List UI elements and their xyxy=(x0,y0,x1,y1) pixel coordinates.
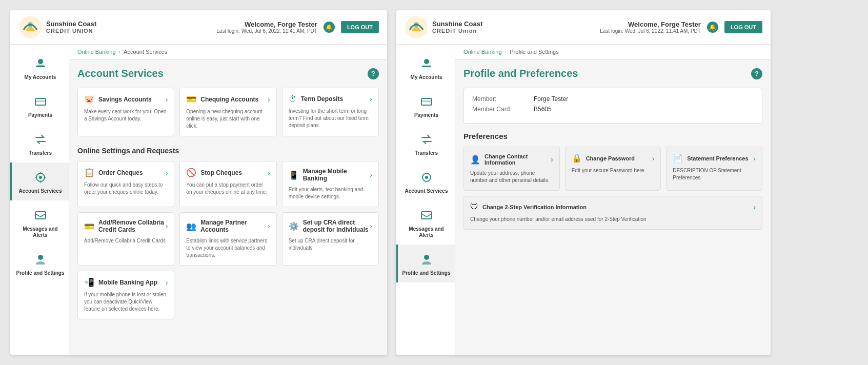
pref-statement-desc: DESCRIPTION OF Statement Preferences xyxy=(673,167,756,181)
right-breadcrumb: Online Banking › Profile and Settings xyxy=(455,45,771,59)
sidebar-transfers-label: Transfers xyxy=(29,150,52,156)
contact-icon: 👤 xyxy=(470,155,480,165)
right-breadcrumb-separator: › xyxy=(505,49,507,55)
right-sidebar-my-accounts[interactable]: My Accounts xyxy=(396,49,455,87)
svg-point-8 xyxy=(39,176,42,179)
sidebar-item-transfers[interactable]: Transfers xyxy=(10,125,69,163)
card-order-cheques[interactable]: 📋 Order Cheques › Follow our quick and e… xyxy=(77,161,174,207)
pref-2step-desc: Change your phone number and/or email ad… xyxy=(470,216,756,223)
card-cra-deposit[interactable]: ⚙️ Set up CRA direct deposit for individ… xyxy=(282,212,379,266)
right-panel: Sunshine Coast CREDiT Union Welcome, For… xyxy=(396,10,771,355)
card-order-desc: Follow our quick and easy steps to order… xyxy=(84,181,168,196)
left-panel: Sunshine Coast CREDIT UNION Welcome, For… xyxy=(10,10,387,355)
left-welcome-name: Welcome, Forge Tester xyxy=(216,21,317,28)
right-sidebar-transfers-label: Transfers xyxy=(415,150,438,156)
svg-point-1 xyxy=(28,22,33,27)
card-partner-left: 👥 Manage Partner Accounts xyxy=(186,219,268,233)
right-logo-line2: CREDiT Union xyxy=(432,28,482,34)
right-welcome-name: Welcome, Forge Tester xyxy=(600,21,701,28)
card-chequing-accounts[interactable]: 💳 Chequing Accounts › Opening a new cheq… xyxy=(179,88,276,136)
card-chequing-desc: Opening a new chequing account online is… xyxy=(186,108,270,130)
pref-password-left: 🔒 Change Password xyxy=(572,153,635,163)
pref-contact-desc: Update your address, phone number and ot… xyxy=(470,170,553,184)
left-last-login: Last login: Wed, Jul 6, 2022, 11:41 AM, … xyxy=(216,28,317,34)
right-welcome: Welcome, Forge Tester Last login: Wed, J… xyxy=(600,21,701,34)
pref-statement-title: Statement Preferences xyxy=(687,155,748,161)
svg-point-12 xyxy=(414,22,419,27)
pref-card-password[interactable]: 🔒 Change Password › Edit your secure Pas… xyxy=(565,147,661,191)
sidebar-item-profile[interactable]: Profile and Settings xyxy=(10,245,69,282)
messages-icon xyxy=(32,207,49,224)
pref-card-2step[interactable]: 🛡 Change 2-Step Verification Information… xyxy=(463,196,762,230)
card-term-deposits[interactable]: ⏱ Term Deposits › Investing for the shor… xyxy=(282,88,379,136)
sidebar-item-payments[interactable]: Payments xyxy=(10,87,69,125)
sidebar-profile-label: Profile and Settings xyxy=(16,270,65,276)
right-logo-icon xyxy=(405,15,428,39)
account-services-icon xyxy=(32,169,49,186)
card-collabria-header: 💳 Add/Remove Collabria Credit Cards › xyxy=(84,219,168,233)
pref-2step-chevron: › xyxy=(753,203,756,211)
svg-point-10 xyxy=(38,255,43,260)
right-notification-bell[interactable]: 🔔 xyxy=(707,22,718,33)
right-sidebar-account-services[interactable]: Account Services xyxy=(396,163,455,200)
card-mobile-banking-app[interactable]: 📲 Mobile Banking App › If your mobile ph… xyxy=(77,271,174,319)
left-logout-button[interactable]: LOG OUT xyxy=(341,21,379,33)
card-collabria[interactable]: 💳 Add/Remove Collabria Credit Cards › Ad… xyxy=(77,212,174,266)
card-order-chevron: › xyxy=(166,169,168,177)
member-card-row: Member Card: B5605 xyxy=(472,106,754,113)
card-savings-chevron: › xyxy=(166,95,168,104)
prefs-section-title: Preferences xyxy=(463,132,762,140)
left-help-button[interactable]: ? xyxy=(368,68,379,79)
card-stop-cheques[interactable]: 🚫 Stop Cheques › You can put a stop paym… xyxy=(179,161,276,207)
sidebar-item-account-services[interactable]: Account Services xyxy=(10,163,69,200)
card-savings-accounts[interactable]: 🐷 Savings Accounts › Make every cent wor… xyxy=(77,88,174,136)
stop-icon: 🚫 xyxy=(186,168,196,177)
card-cra-chevron: › xyxy=(370,222,372,230)
left-logo-text: Sunshine Coast CREDIT UNION xyxy=(46,20,96,35)
card-partner-accounts[interactable]: 👥 Manage Partner Accounts › Establish li… xyxy=(179,212,276,266)
member-row: Member: Forge Tester xyxy=(472,95,754,103)
sidebar-item-my-accounts[interactable]: My Accounts xyxy=(10,49,69,87)
right-breadcrumb-root[interactable]: Online Banking xyxy=(463,49,502,55)
right-profile-icon xyxy=(418,251,435,268)
card-manage-mobile[interactable]: 📱 Manage Mobile Banking › Edit your aler… xyxy=(282,161,379,207)
pref-card-statement[interactable]: 📄 Statement Preferences › DESCRIPTION OF… xyxy=(666,147,762,191)
right-sidebar-profile[interactable]: Profile and Settings xyxy=(396,245,455,282)
pref-contact-chevron: › xyxy=(551,155,553,164)
card-mobile-desc: Edit your alerts, text banking and mobil… xyxy=(289,186,372,200)
pref-card-contact[interactable]: 👤 Change Contact Information › Update yo… xyxy=(463,147,560,191)
right-logout-button[interactable]: LOG OUT xyxy=(724,21,762,33)
statement-icon: 📄 xyxy=(673,153,683,163)
sidebar-item-messages[interactable]: Messages and Alerts xyxy=(10,200,69,245)
card-savings-left: 🐷 Savings Accounts xyxy=(84,94,152,104)
pref-password-header: 🔒 Change Password › xyxy=(572,153,655,163)
right-header-right: Welcome, Forge Tester Last login: Wed, J… xyxy=(600,21,762,34)
member-info-block: Member: Forge Tester Member Card: B5605 xyxy=(463,88,762,124)
right-help-button[interactable]: ? xyxy=(751,68,762,79)
card-order-header: 📋 Order Cheques › xyxy=(84,168,168,177)
svg-point-18 xyxy=(425,176,428,179)
right-sidebar-messages[interactable]: Messages and Alerts xyxy=(396,200,455,245)
pref-password-desc: Edit your secure Password here. xyxy=(572,167,655,174)
right-sidebar-payments[interactable]: Payments xyxy=(396,87,455,125)
pref-contact-header: 👤 Change Contact Information › xyxy=(470,153,553,166)
card-app-chevron: › xyxy=(166,278,168,287)
breadcrumb-root[interactable]: Online Banking xyxy=(77,49,116,55)
card-cra-title: Set up CRA direct deposit for individual… xyxy=(303,219,370,233)
left-header-right: Welcome, Forge Tester Last login: Wed, J… xyxy=(216,21,379,34)
order-icon: 📋 xyxy=(84,168,94,177)
card-term-header: ⏱ Term Deposits › xyxy=(289,94,372,104)
card-stop-desc: You can put a stop payment order on your… xyxy=(186,181,270,196)
right-sidebar-accounts-label: My Accounts xyxy=(411,74,442,80)
svg-rect-4 xyxy=(37,65,44,66)
left-notification-bell[interactable]: 🔔 xyxy=(324,22,335,33)
card-chequing-left: 💳 Chequing Accounts xyxy=(186,94,258,104)
sidebar-account-services-label: Account Services xyxy=(19,188,62,194)
right-logo-line1: Sunshine Coast xyxy=(432,20,482,28)
card-collabria-left: 💳 Add/Remove Collabria Credit Cards xyxy=(84,219,166,233)
right-sidebar-transfers[interactable]: Transfers xyxy=(396,125,455,163)
piggy-icon: 🐷 xyxy=(84,94,94,104)
profile-icon xyxy=(32,251,49,268)
pref-statement-header: 📄 Statement Preferences › xyxy=(673,153,756,163)
right-accounts-icon xyxy=(418,55,435,72)
